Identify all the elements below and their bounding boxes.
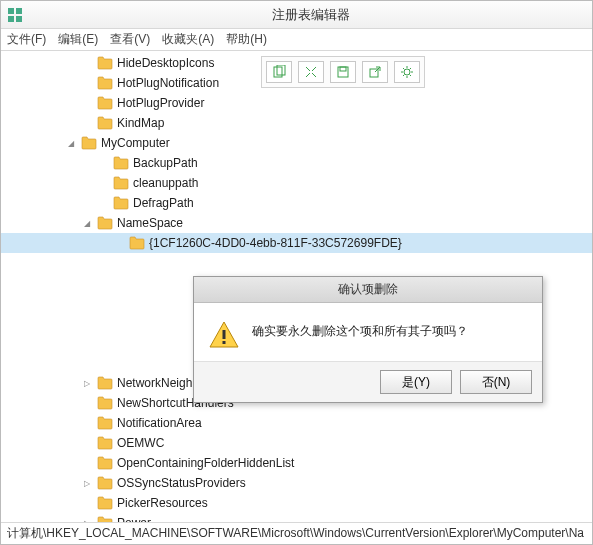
folder-icon (97, 116, 113, 130)
folder-icon (97, 496, 113, 510)
tree-label: DefragPath (133, 196, 194, 210)
folder-icon (97, 476, 113, 490)
dialog-message: 确实要永久删除这个项和所有其子项吗？ (252, 319, 468, 340)
tree-label: HotPlugNotification (117, 76, 219, 90)
tree-node[interactable]: DefragPath (1, 193, 592, 213)
yes-button[interactable]: 是(Y) (380, 370, 452, 394)
menu-help[interactable]: 帮助(H) (226, 31, 267, 48)
tree-label: BackupPath (133, 156, 198, 170)
app-icon (7, 7, 23, 23)
svg-rect-0 (8, 8, 14, 14)
expander-icon[interactable]: ◢ (65, 139, 77, 148)
dialog-title: 确认项删除 (194, 277, 542, 303)
svg-rect-1 (16, 8, 22, 14)
folder-icon (97, 416, 113, 430)
folder-icon (97, 456, 113, 470)
tree-node[interactable]: cleanuppath (1, 173, 592, 193)
confirm-dialog: 确认项删除 确实要永久删除这个项和所有其子项吗？ 是(Y) 否(N) (193, 276, 543, 403)
tree-node[interactable]: KindMap (1, 113, 592, 133)
tree-node[interactable]: ◢MyComputer (1, 133, 592, 153)
tree-node[interactable]: ▷Power (1, 513, 592, 522)
menu-fav[interactable]: 收藏夹(A) (162, 31, 214, 48)
floating-toolbar (261, 56, 425, 88)
tree-node[interactable]: ▷OSSyncStatusProviders (1, 473, 592, 493)
titlebar: 注册表编辑器 (1, 1, 592, 29)
settings-icon[interactable] (394, 61, 420, 83)
tree-label: OpenContainingFolderHiddenList (117, 456, 294, 470)
tree-node[interactable]: ◢NameSpace (1, 213, 592, 233)
folder-icon (97, 56, 113, 70)
expander-icon[interactable]: ◢ (81, 219, 93, 228)
folder-icon (129, 236, 145, 250)
tree-label: {1CF1260C-4DD0-4ebb-811F-33C572699FDE} (149, 236, 402, 250)
save-icon[interactable] (330, 61, 356, 83)
tree-node[interactable]: PickerResources (1, 493, 592, 513)
svg-rect-2 (8, 16, 14, 22)
tree-label: HotPlugProvider (117, 96, 204, 110)
tree-label: HideDesktopIcons (117, 56, 214, 70)
maximize-icon[interactable] (298, 61, 324, 83)
folder-icon (97, 76, 113, 90)
tree-node[interactable]: BackupPath (1, 153, 592, 173)
folder-icon (97, 216, 113, 230)
folder-icon (97, 96, 113, 110)
tree-node[interactable]: HotPlugProvider (1, 93, 592, 113)
tree-node[interactable] (1, 253, 592, 273)
menu-view[interactable]: 查看(V) (110, 31, 150, 48)
svg-rect-3 (16, 16, 22, 22)
warning-icon (208, 319, 240, 351)
tree-label: KindMap (117, 116, 164, 130)
menu-file[interactable]: 文件(F) (7, 31, 46, 48)
folder-icon (81, 136, 97, 150)
svg-rect-11 (223, 341, 226, 344)
svg-rect-7 (340, 67, 346, 71)
svg-point-9 (404, 69, 410, 75)
tree-label: NameSpace (117, 216, 183, 230)
expander-icon[interactable]: ▷ (81, 379, 93, 388)
folder-icon (97, 376, 113, 390)
tree-label: OEMWC (117, 436, 164, 450)
folder-icon (97, 396, 113, 410)
tree-label: MyComputer (101, 136, 170, 150)
window-title: 注册表编辑器 (29, 6, 592, 24)
expander-icon[interactable]: ▷ (81, 479, 93, 488)
statusbar: 计算机\HKEY_LOCAL_MACHINE\SOFTWARE\Microsof… (1, 522, 592, 544)
tree-label: OSSyncStatusProviders (117, 476, 246, 490)
menubar: 文件(F) 编辑(E) 查看(V) 收藏夹(A) 帮助(H) (1, 29, 592, 51)
tree-node[interactable]: OpenContainingFolderHiddenList (1, 453, 592, 473)
tree-node[interactable]: NotificationArea (1, 413, 592, 433)
menu-edit[interactable]: 编辑(E) (58, 31, 98, 48)
tree-node[interactable]: OEMWC (1, 433, 592, 453)
folder-icon (113, 196, 129, 210)
tree-label: PickerResources (117, 496, 208, 510)
svg-rect-10 (223, 330, 226, 339)
export-icon[interactable] (362, 61, 388, 83)
no-button[interactable]: 否(N) (460, 370, 532, 394)
copy-icon[interactable] (266, 61, 292, 83)
folder-icon (113, 176, 129, 190)
folder-icon (97, 436, 113, 450)
tree-label: NotificationArea (117, 416, 202, 430)
folder-icon (113, 156, 129, 170)
tree-node[interactable]: {1CF1260C-4DD0-4ebb-811F-33C572699FDE} (1, 233, 592, 253)
tree-label: cleanuppath (133, 176, 198, 190)
